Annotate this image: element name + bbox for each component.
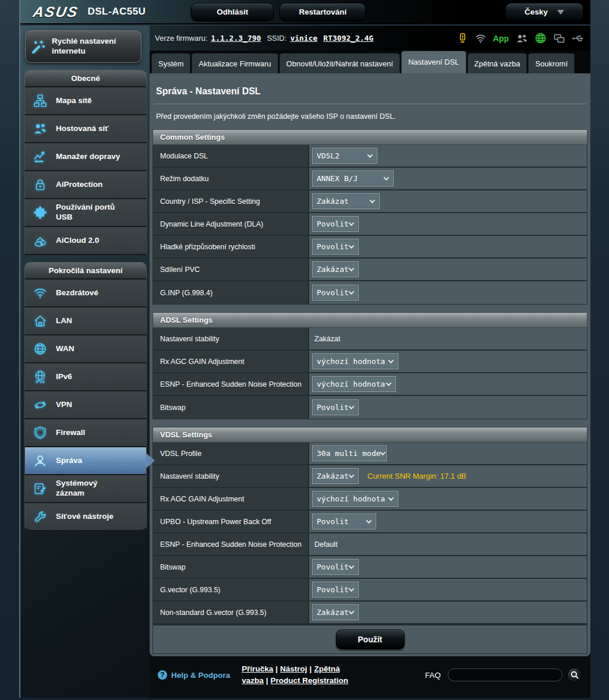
quick-setup-button[interactable]: Rychlé nastavení internetu — [25, 30, 141, 63]
pvc-sharing-select[interactable]: Zakázat — [312, 261, 359, 277]
setting-label: Modulace DSL — [153, 145, 309, 167]
annex-mode-select[interactable]: ANNEX B/J — [312, 171, 394, 186]
wifi-icon — [32, 285, 48, 301]
chevron-down-icon — [349, 404, 355, 409]
ssid-primary-link[interactable]: vinice — [290, 34, 317, 43]
table-row: Modulace DSL VDSL2 — [153, 145, 587, 168]
cloud-home-icon — [32, 232, 48, 249]
faq-search-button[interactable] — [567, 667, 582, 683]
setting-label: UPBO - Upstream Power Back Off — [153, 511, 309, 532]
clients-icon[interactable] — [515, 33, 528, 44]
product-registration-link[interactable]: Product Registration — [271, 676, 349, 685]
sidebar-item-wireless[interactable]: Bezdrátové — [24, 280, 147, 307]
sidebar-item-guest-network[interactable]: Hostovaná síť — [24, 115, 147, 143]
sidebar-item-aiprotection[interactable]: AiProtection — [24, 171, 147, 199]
setting-label: Nastavení stability — [153, 328, 309, 349]
upbo-select[interactable]: Povolit — [312, 514, 376, 529]
setting-label: Bitswap — [153, 396, 309, 419]
faq-label: FAQ — [425, 671, 441, 680]
settings-tabs: Systém Aktualizace Firmwaru Obnovit/Ulož… — [150, 51, 590, 73]
table-row: Bitswap Povolit — [153, 556, 587, 579]
sidebar-item-system-log[interactable]: Systémový záznam — [24, 475, 147, 503]
shield-icon — [32, 425, 48, 441]
nonstd-gvector-select[interactable]: Zakázat — [312, 604, 359, 620]
tab-dsl-settings[interactable]: Nastavení DSL — [401, 51, 466, 73]
wan-alert-icon[interactable] — [457, 33, 468, 44]
sidebar-item-ipv6[interactable]: IPv6 IPv6 — [24, 363, 147, 391]
sidebar-item-wan[interactable]: WAN — [24, 335, 147, 363]
devices-icon[interactable] — [553, 33, 565, 44]
setting-label: Bitswap — [153, 556, 309, 578]
wifi-status-icon[interactable] — [475, 33, 487, 44]
setting-label: Sdílení PVC — [153, 259, 309, 280]
language-label: Česky — [525, 8, 548, 16]
country-isp-select[interactable]: Zakázat — [312, 193, 380, 209]
reboot-button[interactable]: Restartování — [279, 3, 366, 21]
table-row: Rx AGC GAIN Adjustment výchozí hodnota — [153, 488, 587, 511]
chevron-down-icon — [367, 152, 373, 158]
setting-label: G.vector (G.993.5) — [153, 579, 309, 600]
tab-feedback[interactable]: Zpětná vazba — [468, 53, 527, 73]
chevron-down-icon — [349, 289, 355, 295]
chevron-down-icon — [557, 10, 564, 15]
vdsl-stability-select[interactable]: Zakázat — [312, 468, 359, 484]
vdsl-rx-agc-select[interactable]: výchozí hodnota — [312, 491, 398, 507]
guest-network-icon — [32, 121, 48, 137]
sidebar-item-traffic-manager[interactable]: Manažer dopravy — [24, 143, 147, 171]
ginp-select[interactable]: Povolit — [312, 285, 359, 300]
ipv6-globe-icon: IPv6 — [32, 369, 48, 385]
ssid-secondary-link[interactable]: RT3092_2.4G — [323, 34, 373, 43]
log-pencil-icon — [32, 480, 48, 497]
adsl-bitswap-select[interactable]: Povolit — [312, 400, 359, 415]
language-select[interactable]: Česky — [505, 3, 583, 21]
chevron-down-icon — [349, 563, 355, 569]
sidebar-item-administration[interactable]: Správa — [24, 447, 147, 475]
setting-label: Hladké přizpůsobení rychlosti — [153, 236, 309, 257]
footer-links: Příručka|Nástroj|Zpětná vazba|Product Re… — [242, 663, 369, 686]
sidebar-item-lan[interactable]: LAN — [24, 307, 147, 335]
tab-restore-save-upload[interactable]: Obnovit/Uložit/Nahrát nastavení — [279, 53, 401, 73]
sidebar-item-network-map[interactable]: Mapa sítě — [24, 87, 147, 115]
vdsl-profile-select[interactable]: 30a multi mode — [312, 446, 387, 461]
apply-button[interactable]: Použít — [336, 630, 405, 649]
sidebar-item-vpn[interactable]: VPN — [24, 391, 147, 419]
tab-firmware-upgrade[interactable]: Aktualizace Firmwaru — [192, 53, 278, 73]
sidebar-section-general: Obecné — [24, 70, 147, 87]
sidebar-section-advanced: Pokročilá nastavení — [24, 262, 147, 280]
sidebar-item-usb-apps[interactable]: Používání portů USB — [24, 199, 147, 227]
table-row: Nastavení stability Zakázat — [153, 328, 587, 351]
setting-label: Non-standard G.vector (G.993.5) — [153, 602, 309, 623]
chevron-down-icon — [366, 518, 372, 524]
table-row: UPBO - Upstream Power Back Off Povolit — [153, 511, 587, 533]
vdsl-bitswap-select[interactable]: Povolit — [312, 559, 359, 575]
manual-link[interactable]: Příručka — [242, 664, 273, 673]
setting-label: Dynamic Line Adjustment (DLA) — [153, 213, 309, 235]
adsl-rx-agc-select[interactable]: výchozí hodnota — [312, 353, 398, 369]
firmware-version-link[interactable]: 1.1.2.3_790 — [211, 34, 261, 43]
table-row: ESNP - Enhanced Sudden Noise Protection … — [153, 533, 587, 556]
vpn-arrows-icon — [32, 397, 48, 413]
internet-globe-icon[interactable] — [534, 32, 547, 44]
chevron-down-icon — [388, 495, 394, 501]
logout-button[interactable]: Odhlásit — [191, 3, 274, 21]
tab-system[interactable]: Systém — [151, 53, 190, 73]
sidebar-item-aicloud[interactable]: AiCloud 2.0 — [24, 227, 147, 255]
adsl-esnp-select[interactable]: výchozí hodnota — [312, 376, 396, 392]
sra-select[interactable]: Povolit — [312, 239, 359, 254]
quick-setup-label: Rychlé nastavení internetu — [52, 37, 136, 56]
app-status-label[interactable]: App — [493, 34, 509, 43]
faq-search-input[interactable] — [448, 669, 563, 681]
sidebar-item-network-tools[interactable]: Síťové nástroje — [24, 503, 147, 531]
usb-icon[interactable] — [572, 33, 585, 44]
globe-icon — [32, 341, 48, 357]
snr-margin-note: Current SNR Margin: 17.1 dB — [367, 472, 466, 480]
tab-privacy[interactable]: Soukromí — [528, 53, 575, 73]
gvector-select[interactable]: Povolit — [312, 582, 359, 598]
dla-select[interactable]: Povolit — [312, 216, 359, 232]
footer: ? Help & Podpora Příručka|Nástroj|Zpětná… — [150, 656, 590, 698]
sidebar-item-firewall[interactable]: Firewall — [24, 419, 147, 447]
dsl-modulation-select[interactable]: VDSL2 — [312, 148, 377, 164]
chevron-down-icon — [386, 380, 392, 386]
traffic-chart-icon — [32, 149, 48, 165]
utility-link[interactable]: Nástroj — [280, 664, 307, 673]
